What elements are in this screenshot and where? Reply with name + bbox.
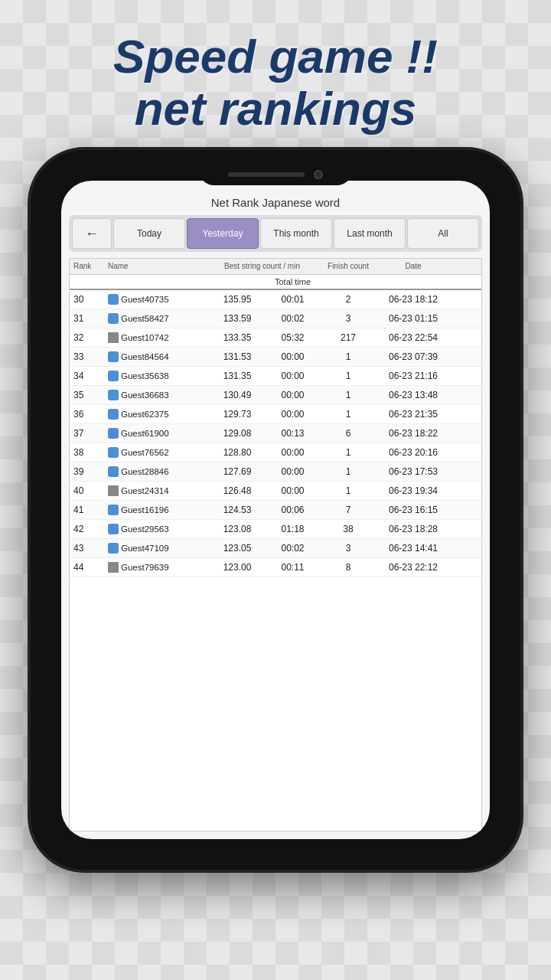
cell-total-time: 00:00 (268, 348, 318, 366)
cell-finish-count: 1 (318, 348, 379, 366)
cell-name: Guest28846 (107, 462, 207, 481)
table-row: 33Guest84564131.5300:00106-23 07:39 (70, 348, 481, 367)
cell-date: 06-23 01:15 (379, 309, 448, 328)
cell-rank: 31 (73, 309, 107, 328)
cell-rank: 34 (73, 367, 107, 385)
cell-score: 133.35 (207, 328, 268, 347)
cell-total-time: 00:00 (268, 482, 318, 500)
cell-rank: 35 (73, 386, 107, 404)
cell-score: 130.49 (207, 386, 268, 404)
cell-total-time: 00:00 (268, 367, 318, 385)
notch-bar (228, 172, 305, 177)
col-date-sub (379, 275, 448, 289)
table-row: 31Guest58427133.5900:02306-23 01:15 (70, 309, 481, 328)
cell-score: 135.95 (207, 290, 268, 309)
table-row: 37Guest61900129.0800:13606-23 18:22 (70, 424, 481, 443)
cell-rank: 37 (73, 424, 107, 443)
tab-bar: ← Today Yesterday This month Last month … (69, 215, 482, 252)
cell-finish-count: 6 (318, 424, 379, 443)
cell-name: Guest47109 (107, 539, 207, 557)
cell-score: 123.00 (207, 558, 268, 577)
cell-finish-count: 8 (318, 558, 379, 577)
col-name-header: Name (107, 260, 207, 273)
cell-date: 06-23 18:12 (379, 290, 448, 309)
cell-finish-count: 217 (318, 328, 379, 347)
cell-rank: 39 (73, 462, 107, 481)
tab-yesterday[interactable]: Yesterday (187, 218, 259, 249)
phone-icon (108, 294, 119, 305)
table-row: 38Guest76562128.8000:00106-23 20:16 (70, 443, 481, 462)
col-rank-sub (73, 275, 107, 289)
col-finish-header: Finish count (318, 260, 379, 273)
col-name-sub (107, 275, 207, 289)
cell-date: 06-23 20:16 (379, 443, 448, 462)
phone-screen: Net Rank Japanese word ← Today Yesterday… (61, 181, 490, 839)
cell-name: Guest10742 (107, 328, 207, 347)
cell-total-time: 00:13 (268, 424, 318, 443)
col-rank-header: Rank (73, 260, 107, 273)
cell-total-time: 00:00 (268, 386, 318, 404)
table-row: 30Guest40735135.9500:01206-23 18:12 (70, 290, 481, 309)
pc-icon (108, 485, 119, 496)
phone-icon (108, 313, 119, 324)
col-score-header: Best string count / min (207, 260, 318, 273)
cell-total-time: 05:32 (268, 328, 318, 347)
cell-total-time: 00:01 (268, 290, 318, 309)
cell-rank: 38 (73, 443, 107, 462)
cell-finish-count: 3 (318, 539, 379, 557)
table-row: 43Guest47109123.0500:02306-23 14:41 (70, 539, 481, 558)
table-row: 34Guest35638131.3500:00106-23 21:16 (70, 367, 481, 386)
cell-date: 06-23 13:48 (379, 386, 448, 404)
cell-score: 131.53 (207, 348, 268, 366)
phone-icon (108, 390, 119, 400)
phone-icon (108, 466, 119, 477)
cell-total-time: 00:06 (268, 501, 318, 519)
table-row: 44Guest79639123.0000:11806-23 22:12 (70, 558, 481, 577)
title-line2: net rankings (113, 83, 438, 135)
cell-finish-count: 38 (318, 520, 379, 538)
phone-frame: Net Rank Japanese word ← Today Yesterday… (31, 150, 520, 870)
cell-rank: 32 (73, 328, 107, 347)
cell-rank: 40 (73, 482, 107, 500)
cell-total-time: 01:18 (268, 520, 318, 538)
cell-finish-count: 3 (318, 309, 379, 328)
table-rows: 30Guest40735135.9500:01206-23 18:1231Gue… (70, 290, 481, 822)
cell-date: 06-23 19:34 (379, 482, 448, 500)
tab-last-month[interactable]: Last month (334, 218, 406, 249)
cell-score: 126.48 (207, 482, 268, 500)
cell-name: Guest40735 (107, 290, 207, 309)
phone-notch (199, 164, 352, 185)
cell-date: 06-23 18:22 (379, 424, 448, 443)
cell-date: 06-23 22:12 (379, 558, 448, 577)
cell-score: 128.80 (207, 443, 268, 462)
col-score-sub (207, 275, 268, 289)
cell-score: 129.08 (207, 424, 268, 443)
cell-name: Guest79639 (107, 558, 207, 577)
title-line1: Speed game !! (113, 31, 438, 83)
phone-icon (108, 371, 119, 381)
tab-all[interactable]: All (407, 218, 479, 249)
back-button[interactable]: ← (72, 218, 112, 249)
cell-total-time: 00:00 (268, 443, 318, 462)
cell-rank: 33 (73, 348, 107, 366)
cell-date: 06-23 21:35 (379, 405, 448, 423)
col-finishcount-sub (318, 275, 379, 289)
cell-total-time: 00:00 (268, 405, 318, 423)
cell-date: 06-23 16:15 (379, 501, 448, 519)
table-row: 42Guest29563123.0801:183806-23 18:28 (70, 520, 481, 539)
cell-score: 123.05 (207, 539, 268, 557)
tab-this-month[interactable]: This month (260, 218, 332, 249)
page-title: Speed game !! net rankings (98, 31, 453, 135)
cell-date: 06-23 21:16 (379, 367, 448, 385)
cell-finish-count: 7 (318, 501, 379, 519)
table-header: Rank Name Best string count / min Finish… (70, 259, 481, 275)
cell-score: 129.73 (207, 405, 268, 423)
tab-today[interactable]: Today (113, 218, 185, 249)
cell-total-time: 00:02 (268, 309, 318, 328)
cell-name: Guest24314 (107, 482, 207, 500)
phone-icon (108, 351, 119, 362)
cell-date: 06-23 18:28 (379, 520, 448, 538)
col-date-header: Date (379, 260, 448, 273)
cell-name: Guest36683 (107, 386, 207, 404)
cell-finish-count: 1 (318, 482, 379, 500)
